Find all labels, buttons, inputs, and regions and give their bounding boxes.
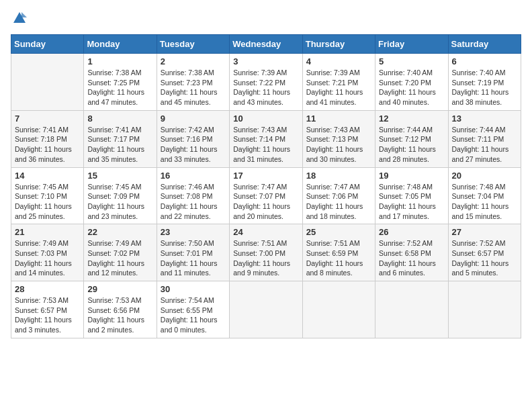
calendar-cell: 15Sunrise: 7:45 AMSunset: 7:09 PMDayligh…	[84, 167, 157, 224]
weekday-header-saturday: Saturday	[448, 35, 521, 54]
day-info: Sunrise: 7:42 AMSunset: 7:16 PMDaylight:…	[161, 125, 226, 165]
calendar-cell: 29Sunrise: 7:53 AMSunset: 6:56 PMDayligh…	[84, 281, 157, 338]
day-number: 3	[233, 56, 298, 66]
day-number: 18	[306, 171, 371, 181]
calendar-cell: 24Sunrise: 7:51 AMSunset: 7:00 PMDayligh…	[230, 224, 302, 281]
calendar-cell: 22Sunrise: 7:49 AMSunset: 7:02 PMDayligh…	[84, 224, 157, 281]
logo	[11, 11, 27, 29]
weekday-header-monday: Monday	[84, 35, 157, 54]
day-info: Sunrise: 7:43 AMSunset: 7:14 PMDaylight:…	[233, 125, 298, 165]
day-info: Sunrise: 7:38 AMSunset: 7:23 PMDaylight:…	[161, 68, 226, 107]
calendar-cell: 27Sunrise: 7:52 AMSunset: 6:57 PMDayligh…	[448, 224, 521, 281]
day-number: 5	[379, 56, 444, 66]
calendar-cell: 28Sunrise: 7:53 AMSunset: 6:57 PMDayligh…	[11, 281, 84, 338]
day-number: 2	[161, 56, 226, 66]
day-info: Sunrise: 7:45 AMSunset: 7:10 PMDaylight:…	[15, 182, 80, 222]
calendar-cell: 3Sunrise: 7:39 AMSunset: 7:22 PMDaylight…	[230, 54, 302, 111]
day-number: 27	[452, 227, 517, 237]
calendar-week-row: 7Sunrise: 7:41 AMSunset: 7:18 PMDaylight…	[11, 110, 521, 167]
logo-icon	[12, 11, 27, 26]
day-info: Sunrise: 7:49 AMSunset: 7:03 PMDaylight:…	[15, 238, 80, 278]
day-info: Sunrise: 7:40 AMSunset: 7:20 PMDaylight:…	[379, 68, 444, 107]
day-info: Sunrise: 7:51 AMSunset: 7:00 PMDaylight:…	[233, 238, 298, 278]
day-info: Sunrise: 7:53 AMSunset: 6:56 PMDaylight:…	[87, 295, 152, 335]
day-number: 28	[15, 284, 80, 294]
svg-marker-1	[21, 12, 27, 17]
day-info: Sunrise: 7:45 AMSunset: 7:09 PMDaylight:…	[87, 182, 152, 222]
day-info: Sunrise: 7:44 AMSunset: 7:12 PMDaylight:…	[379, 125, 444, 165]
calendar-cell: 12Sunrise: 7:44 AMSunset: 7:12 PMDayligh…	[375, 110, 448, 167]
day-info: Sunrise: 7:47 AMSunset: 7:06 PMDaylight:…	[306, 182, 371, 222]
page-header	[11, 11, 521, 29]
calendar-cell: 19Sunrise: 7:48 AMSunset: 7:05 PMDayligh…	[375, 167, 448, 224]
day-number: 20	[452, 171, 517, 181]
weekday-header-wednesday: Wednesday	[230, 35, 302, 54]
day-number: 23	[161, 227, 226, 237]
calendar-week-row: 21Sunrise: 7:49 AMSunset: 7:03 PMDayligh…	[11, 224, 521, 281]
day-info: Sunrise: 7:43 AMSunset: 7:13 PMDaylight:…	[306, 125, 371, 165]
calendar-cell: 1Sunrise: 7:38 AMSunset: 7:25 PMDaylight…	[84, 54, 157, 111]
day-number: 4	[306, 56, 371, 66]
day-info: Sunrise: 7:50 AMSunset: 7:01 PMDaylight:…	[161, 238, 226, 278]
day-info: Sunrise: 7:41 AMSunset: 7:18 PMDaylight:…	[15, 125, 80, 165]
calendar-cell: 18Sunrise: 7:47 AMSunset: 7:06 PMDayligh…	[302, 167, 375, 224]
calendar-cell: 14Sunrise: 7:45 AMSunset: 7:10 PMDayligh…	[11, 167, 84, 224]
day-info: Sunrise: 7:39 AMSunset: 7:21 PMDaylight:…	[306, 68, 371, 107]
calendar-cell: 25Sunrise: 7:51 AMSunset: 6:59 PMDayligh…	[302, 224, 375, 281]
day-info: Sunrise: 7:47 AMSunset: 7:07 PMDaylight:…	[233, 182, 298, 222]
calendar-cell: 20Sunrise: 7:48 AMSunset: 7:04 PMDayligh…	[448, 167, 521, 224]
day-info: Sunrise: 7:54 AMSunset: 6:55 PMDaylight:…	[161, 295, 226, 335]
day-info: Sunrise: 7:53 AMSunset: 6:57 PMDaylight:…	[15, 295, 80, 335]
weekday-header-sunday: Sunday	[11, 35, 84, 54]
day-number: 9	[161, 113, 226, 124]
day-info: Sunrise: 7:49 AMSunset: 7:02 PMDaylight:…	[87, 238, 152, 278]
day-number: 8	[87, 113, 152, 124]
day-info: Sunrise: 7:48 AMSunset: 7:05 PMDaylight:…	[379, 182, 444, 222]
calendar-cell	[448, 281, 521, 338]
day-number: 16	[161, 171, 226, 181]
day-info: Sunrise: 7:46 AMSunset: 7:08 PMDaylight:…	[161, 182, 226, 222]
day-number: 6	[452, 56, 517, 66]
calendar-table: SundayMondayTuesdayWednesdayThursdayFrid…	[11, 34, 521, 338]
calendar-week-row: 28Sunrise: 7:53 AMSunset: 6:57 PMDayligh…	[11, 281, 521, 338]
weekday-header-row: SundayMondayTuesdayWednesdayThursdayFrid…	[11, 35, 521, 54]
day-number: 11	[306, 113, 371, 124]
calendar-cell: 30Sunrise: 7:54 AMSunset: 6:55 PMDayligh…	[157, 281, 229, 338]
day-number: 30	[161, 284, 226, 294]
day-number: 22	[87, 227, 152, 237]
day-number: 7	[15, 113, 80, 124]
calendar-cell: 2Sunrise: 7:38 AMSunset: 7:23 PMDaylight…	[157, 54, 229, 111]
calendar-cell: 7Sunrise: 7:41 AMSunset: 7:18 PMDaylight…	[11, 110, 84, 167]
calendar-cell: 21Sunrise: 7:49 AMSunset: 7:03 PMDayligh…	[11, 224, 84, 281]
day-info: Sunrise: 7:51 AMSunset: 6:59 PMDaylight:…	[306, 238, 371, 278]
calendar-cell: 8Sunrise: 7:41 AMSunset: 7:17 PMDaylight…	[84, 110, 157, 167]
day-info: Sunrise: 7:40 AMSunset: 7:19 PMDaylight:…	[452, 68, 517, 107]
day-number: 25	[306, 227, 371, 237]
calendar-cell: 16Sunrise: 7:46 AMSunset: 7:08 PMDayligh…	[157, 167, 229, 224]
calendar-week-row: 1Sunrise: 7:38 AMSunset: 7:25 PMDaylight…	[11, 54, 521, 111]
day-info: Sunrise: 7:39 AMSunset: 7:22 PMDaylight:…	[233, 68, 298, 107]
day-number: 19	[379, 171, 444, 181]
calendar-cell	[302, 281, 375, 338]
day-info: Sunrise: 7:38 AMSunset: 7:25 PMDaylight:…	[87, 68, 152, 107]
day-info: Sunrise: 7:44 AMSunset: 7:11 PMDaylight:…	[452, 125, 517, 165]
day-info: Sunrise: 7:48 AMSunset: 7:04 PMDaylight:…	[452, 182, 517, 222]
calendar-cell: 11Sunrise: 7:43 AMSunset: 7:13 PMDayligh…	[302, 110, 375, 167]
logo-text	[11, 11, 27, 29]
day-info: Sunrise: 7:52 AMSunset: 6:58 PMDaylight:…	[379, 238, 444, 278]
calendar-cell: 6Sunrise: 7:40 AMSunset: 7:19 PMDaylight…	[448, 54, 521, 111]
day-number: 17	[233, 171, 298, 181]
day-number: 21	[15, 227, 80, 237]
calendar-cell	[375, 281, 448, 338]
weekday-header-friday: Friday	[375, 35, 448, 54]
calendar-cell: 13Sunrise: 7:44 AMSunset: 7:11 PMDayligh…	[448, 110, 521, 167]
calendar-cell: 23Sunrise: 7:50 AMSunset: 7:01 PMDayligh…	[157, 224, 229, 281]
calendar-cell	[11, 54, 84, 111]
weekday-header-tuesday: Tuesday	[157, 35, 229, 54]
calendar-cell: 9Sunrise: 7:42 AMSunset: 7:16 PMDaylight…	[157, 110, 229, 167]
day-number: 29	[87, 284, 152, 294]
day-info: Sunrise: 7:52 AMSunset: 6:57 PMDaylight:…	[452, 238, 517, 278]
calendar-cell: 17Sunrise: 7:47 AMSunset: 7:07 PMDayligh…	[230, 167, 302, 224]
day-number: 1	[87, 56, 152, 66]
day-number: 12	[379, 113, 444, 124]
